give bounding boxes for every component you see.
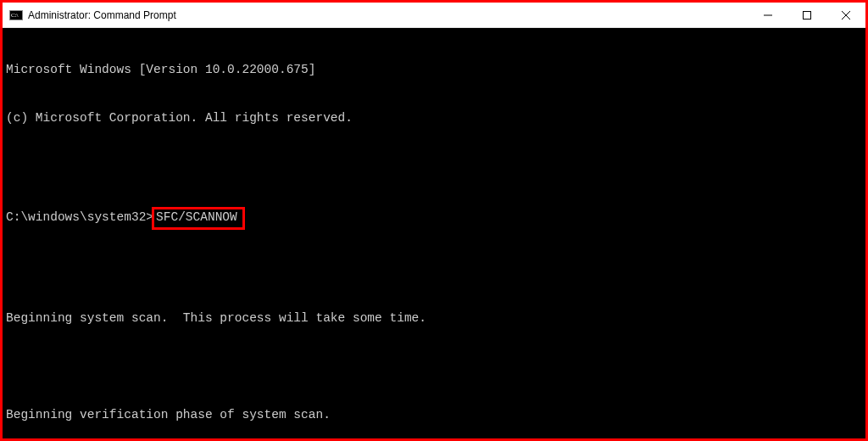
blank-line	[6, 159, 862, 175]
prompt-line-1: C:\windows\system32>SFC/SCANNOW	[6, 207, 862, 230]
copyright-line: (c) Microsoft Corporation. All rights re…	[6, 110, 862, 126]
blank-line	[6, 359, 862, 375]
svg-text:C:\: C:\	[11, 12, 19, 19]
window-titlebar[interactable]: C:\ Administrator: Command Prompt	[3, 3, 865, 28]
cmd-icon: C:\	[9, 8, 23, 22]
output-line: Beginning verification phase of system s…	[6, 407, 862, 423]
version-line: Microsoft Windows [Version 10.0.22000.67…	[6, 62, 862, 78]
close-button[interactable]	[826, 3, 865, 27]
terminal-output[interactable]: Microsoft Windows [Version 10.0.22000.67…	[3, 28, 865, 438]
command-highlight: SFC/SCANNOW	[152, 207, 245, 230]
minimize-button[interactable]	[748, 3, 787, 27]
blank-line	[6, 262, 862, 278]
maximize-button[interactable]	[787, 3, 826, 27]
svg-rect-3	[804, 11, 811, 19]
window-title: Administrator: Command Prompt	[28, 9, 748, 21]
prompt-path: C:\windows\system32>	[6, 209, 153, 226]
annotated-frame: C:\ Administrator: Command Prompt Micros…	[0, 0, 868, 441]
window-controls	[748, 3, 865, 27]
output-line: Beginning system scan. This process will…	[6, 310, 862, 327]
command-text: SFC/SCANNOW	[156, 210, 237, 224]
